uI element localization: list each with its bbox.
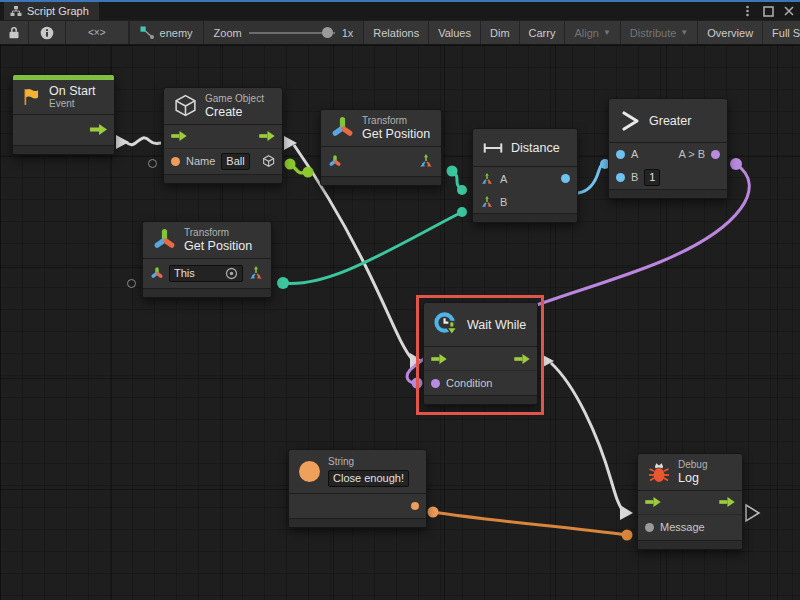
string-icon	[298, 460, 321, 483]
vector3-out-port[interactable]	[418, 153, 434, 169]
unconnected-port-circle[interactable]	[148, 159, 157, 168]
distribute-dropdown[interactable]: Distribute▼	[621, 21, 698, 44]
lock-button[interactable]	[0, 21, 29, 44]
full-screen-button[interactable]: Full Screen	[763, 21, 800, 44]
node-debug-log[interactable]: Debug Log Message	[637, 453, 743, 550]
info-button[interactable]	[29, 21, 66, 44]
kebab-menu-icon[interactable]	[740, 4, 754, 18]
node-get-position-top[interactable]: Transform Get Position	[320, 109, 442, 186]
transform-in-port[interactable]	[150, 266, 164, 280]
node-footer	[638, 540, 742, 549]
distance-icon	[482, 142, 504, 154]
node-on-start[interactable]: On Start Event	[12, 74, 115, 155]
result-label: A > B	[678, 148, 705, 160]
graph-edge-icon	[140, 26, 155, 40]
name-field[interactable]: Ball	[221, 153, 249, 170]
node-footer	[13, 145, 114, 154]
zoom-value: 1x	[342, 27, 354, 39]
flag-icon	[21, 86, 42, 108]
node-distance[interactable]: Distance A B	[472, 128, 578, 223]
name-input-port[interactable]	[171, 157, 180, 166]
node-title: Create	[205, 105, 264, 119]
node-type: Debug	[678, 459, 707, 471]
align-dropdown[interactable]: Align▼	[565, 21, 620, 44]
node-wait-while[interactable]: Wait While Condition	[423, 302, 538, 405]
node-title: Greater	[649, 114, 691, 128]
greater-icon	[618, 109, 642, 133]
info-circle-icon	[40, 26, 54, 40]
graph-canvas[interactable]: On Start Event Game Object Create	[0, 45, 800, 600]
tab-bar: Script Graph	[0, 2, 800, 20]
node-footer	[473, 213, 577, 222]
chevron-down-icon: ▼	[680, 28, 688, 37]
node-greater[interactable]: Greater A A > B B 1	[608, 98, 728, 199]
tab-title: Script Graph	[27, 5, 89, 17]
flow-out-port[interactable]	[514, 354, 530, 364]
node-type: Transform	[184, 227, 252, 239]
node-get-position-self[interactable]: Transform Get Position This	[142, 221, 272, 298]
distance-out-port[interactable]	[561, 174, 570, 183]
values-button[interactable]: Values	[429, 21, 481, 44]
code-preview-button[interactable]: <×>	[66, 21, 129, 44]
code-icon: <×>	[88, 27, 106, 38]
target-field[interactable]: This	[169, 265, 243, 282]
graph-name: enemy	[160, 27, 193, 39]
chevron-down-icon: ▼	[603, 28, 611, 37]
zoom-slider[interactable]	[249, 32, 335, 34]
result-out-port[interactable]	[711, 150, 720, 159]
transform-icon	[330, 115, 355, 140]
vector3-out-port[interactable]	[248, 265, 264, 281]
node-footer	[289, 518, 426, 527]
message-in-port[interactable]	[645, 523, 654, 532]
wait-clock-icon	[433, 311, 460, 338]
flow-in-port[interactable]	[171, 131, 187, 141]
input-a-label: A	[631, 148, 638, 160]
node-string[interactable]: String Close enough!	[288, 449, 427, 528]
vector3-in-port-b[interactable]	[480, 195, 494, 209]
flow-in-port[interactable]	[645, 497, 661, 507]
overview-button[interactable]: Overview	[698, 21, 763, 44]
node-title: Get Position	[184, 239, 252, 253]
cube-icon	[173, 93, 198, 118]
input-b-field[interactable]: 1	[644, 169, 660, 186]
flow-in-port[interactable]	[431, 354, 447, 364]
flow-out-port[interactable]	[719, 497, 735, 507]
zoom-slider-handle[interactable]	[322, 27, 333, 38]
input-a-port[interactable]	[616, 150, 625, 159]
node-title: Distance	[511, 141, 560, 155]
node-title: Get Position	[362, 127, 430, 141]
tab-script-graph[interactable]: Script Graph	[4, 2, 99, 20]
node-footer	[143, 288, 271, 297]
flow-out-port[interactable]	[259, 131, 275, 141]
window-controls	[740, 3, 796, 19]
node-footer	[424, 395, 537, 404]
game-object-out-port[interactable]	[262, 154, 275, 168]
dim-button[interactable]: Dim	[481, 21, 520, 44]
script-graph-icon	[10, 5, 22, 17]
carry-button[interactable]: Carry	[520, 21, 566, 44]
unconnected-port-circle[interactable]	[127, 279, 136, 288]
unity-script-graph-window: Script Graph <×> enemy	[0, 0, 800, 600]
graph-name-segment[interactable]: enemy	[130, 21, 204, 44]
close-icon[interactable]	[782, 4, 796, 18]
condition-in-port[interactable]	[431, 379, 440, 388]
object-picker-icon[interactable]	[225, 267, 238, 280]
node-footer	[321, 176, 441, 185]
input-b-port[interactable]	[616, 173, 625, 182]
zoom-segment: Zoom 1x	[204, 21, 365, 44]
string-value-field[interactable]: Close enough!	[328, 470, 409, 487]
maximize-icon[interactable]	[761, 4, 775, 18]
node-subtitle: Event	[49, 98, 96, 110]
vector3-in-port-a[interactable]	[480, 172, 494, 186]
node-type: String	[328, 456, 409, 468]
input-b-label: B	[631, 171, 638, 183]
node-create-game-object[interactable]: Game Object Create Name Ball	[163, 87, 283, 184]
message-label: Message	[660, 521, 705, 533]
flow-out-port[interactable]	[90, 124, 107, 135]
string-out-port[interactable]	[411, 502, 419, 510]
padlock-icon	[8, 26, 20, 39]
node-title: Wait While	[467, 318, 526, 332]
transform-in-port[interactable]	[328, 154, 342, 168]
condition-label: Condition	[446, 377, 492, 389]
relations-button[interactable]: Relations	[364, 21, 429, 44]
